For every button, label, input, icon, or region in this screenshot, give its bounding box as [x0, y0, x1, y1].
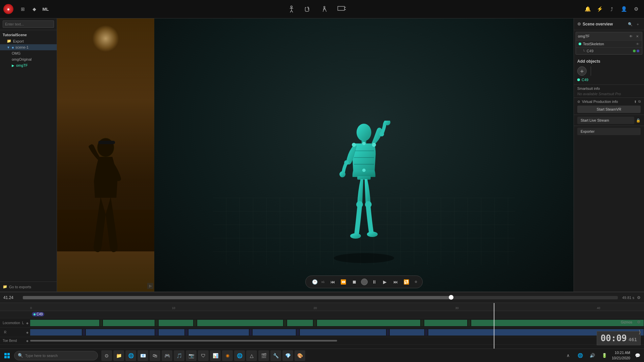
- settings-icon[interactable]: ⚙: [631, 4, 641, 14]
- play-btn[interactable]: ▶: [381, 278, 389, 286]
- vp-expand-icon[interactable]: ⬆: [634, 100, 637, 104]
- eye-icon[interactable]: 👁: [628, 34, 634, 39]
- pause-btn[interactable]: ⏸: [370, 278, 378, 286]
- taskbar-app-xbox[interactable]: 🎮: [162, 350, 172, 361]
- go-to-exports-btn[interactable]: 📁 Go to exports: [0, 282, 57, 292]
- skeleton-dot: [579, 43, 581, 45]
- search-input[interactable]: [3, 20, 54, 28]
- right-sidebar: ⚙ Scene overview 🔍 ＋ omgTF 👁 ✕ TestSkele…: [574, 18, 644, 292]
- taskbar-notification-icon[interactable]: 💬: [633, 351, 642, 360]
- track-content-toe-bend[interactable]: [30, 337, 644, 344]
- search-small-icon[interactable]: 🔍: [627, 21, 633, 27]
- timeline-scrubber[interactable]: [23, 296, 618, 299]
- skip-to-end-btn[interactable]: ⏭: [392, 278, 400, 286]
- tree-item-omgoriginal[interactable]: omgOriginal: [5, 56, 57, 62]
- taskbar-app-edge[interactable]: 🌐: [125, 350, 136, 361]
- body-track-icon[interactable]: [286, 4, 297, 14]
- record-btn[interactable]: [361, 279, 368, 285]
- diamond-icon[interactable]: ◆: [30, 5, 39, 13]
- svg-point-30: [352, 143, 356, 147]
- share-icon[interactable]: ⤴: [607, 4, 616, 14]
- taskbar-app-3dsmax[interactable]: 💎: [282, 350, 293, 361]
- lightning-icon[interactable]: ⚡: [595, 4, 604, 14]
- taskbar-app-blender[interactable]: ◉: [222, 350, 233, 361]
- skeleton-row[interactable]: TestSkeleton 👁: [576, 41, 642, 48]
- motion-icon[interactable]: [320, 4, 330, 14]
- taskbar-app-spotify[interactable]: 🎵: [174, 350, 184, 361]
- loop-btn[interactable]: 🔁: [402, 278, 411, 286]
- step-back-btn[interactable]: ⏪: [339, 278, 347, 286]
- grid-icon[interactable]: ⊞: [18, 5, 27, 13]
- taskbar-clock[interactable]: 10:21 AM 10/21/2020: [612, 350, 630, 361]
- taskbar-app-security[interactable]: 🛡: [198, 350, 209, 361]
- tree-item-export[interactable]: 📁 Export: [0, 38, 57, 44]
- ruler-tick-40: 40: [597, 306, 600, 310]
- c49-add-dot: [577, 78, 580, 81]
- c49-row[interactable]: └ C49: [576, 48, 642, 54]
- exporter-button[interactable]: Exporter: [577, 128, 641, 135]
- bell-icon[interactable]: 🔔: [583, 4, 592, 14]
- live-stream-button[interactable]: Start Live Stream: [577, 117, 634, 124]
- taskbar-app-chrome[interactable]: 🌐: [234, 350, 245, 361]
- track-content-locomotion-r[interactable]: [30, 328, 644, 337]
- ml-icon[interactable]: ML: [41, 5, 50, 13]
- start-button[interactable]: [2, 350, 12, 361]
- ruler-tick-30: 30: [455, 306, 459, 310]
- close-object-icon[interactable]: ✕: [635, 34, 640, 39]
- add-small-icon[interactable]: ＋: [635, 21, 641, 27]
- taskbar-volume-icon[interactable]: 🔊: [588, 351, 597, 360]
- time-icon-btn[interactable]: 🕐: [311, 278, 319, 286]
- timeline-playhead[interactable]: [494, 303, 494, 349]
- taskbar-app-maya[interactable]: 🎬: [258, 350, 269, 361]
- tree-item-omg[interactable]: OMG: [5, 50, 57, 56]
- live-stream-section: Start Live Stream 🔒: [574, 115, 644, 126]
- taskbar-app-cortana[interactable]: ⊙: [101, 350, 112, 361]
- svg-rect-23: [357, 176, 371, 180]
- scene-tree: TutorialScene 📁 Export ▼ ■ scene-1 OMG o…: [0, 30, 57, 282]
- live-stream-lock-icon: 🔒: [636, 118, 641, 123]
- svg-point-14: [357, 124, 371, 141]
- stop-btn[interactable]: ⏹: [350, 278, 358, 286]
- timeline-scroll-right-btn[interactable]: ⟩: [639, 329, 641, 335]
- taskbar-battery-icon[interactable]: 🔋: [600, 351, 609, 360]
- taskbar-search-input[interactable]: [25, 354, 94, 358]
- c49-track-dot: [34, 313, 36, 315]
- add-object-btn[interactable]: ＋: [577, 66, 587, 76]
- video-preview-inner: ▷: [57, 18, 154, 292]
- tree-item-scene1[interactable]: ▼ ■ scene-1: [0, 44, 57, 50]
- skeleton-eye-icon[interactable]: 👁: [636, 42, 639, 46]
- playhead-marker[interactable]: [449, 295, 453, 300]
- svg-point-28: [362, 142, 366, 145]
- viewport-3d[interactable]: 🕐 x1 ⏮ ⏪ ⏹ ⏸ ▶ ⏭ 🔁 ⚙: [154, 18, 574, 292]
- taskbar-app-store[interactable]: 🛍: [150, 350, 160, 361]
- video-preview: ▷: [57, 18, 154, 292]
- ruler-tick-0: 0: [30, 306, 32, 310]
- taskbar-app-photos[interactable]: 📷: [186, 350, 197, 361]
- folder-icon: 📁: [7, 39, 11, 43]
- stream-icon[interactable]: [337, 4, 347, 14]
- taskbar-app-explorer[interactable]: 📁: [113, 350, 124, 361]
- taskbar-app-motive[interactable]: 🔧: [270, 350, 281, 361]
- taskbar-app-excel[interactable]: 📊: [210, 350, 221, 361]
- gizmos-settings-icon[interactable]: ⚙: [637, 320, 641, 324]
- track-content-locomotion-l[interactable]: Gizmos ⚙: [30, 318, 644, 327]
- taskbar-network-icon[interactable]: 🌐: [576, 351, 585, 360]
- hands-icon[interactable]: [303, 4, 313, 14]
- timeline-end-time: 49.81 s: [622, 296, 634, 300]
- taskbar-app-unity[interactable]: △: [246, 350, 257, 361]
- steamvr-button[interactable]: Start SteamVR: [577, 106, 641, 113]
- skip-to-start-btn[interactable]: ⏮: [329, 278, 337, 286]
- taskbar-app-premiere[interactable]: 🎨: [294, 350, 305, 361]
- timeline-settings-icon[interactable]: ⚙: [637, 295, 641, 300]
- scene-icon: ■: [12, 46, 14, 49]
- vp-window-icon[interactable]: ⧉: [638, 100, 641, 104]
- user-icon[interactable]: 👤: [619, 4, 629, 14]
- taskbar-arrow-up-icon[interactable]: ∧: [564, 351, 573, 360]
- taskbar-search-bar[interactable]: 🔍: [14, 351, 98, 360]
- taskbar-app-mail[interactable]: 📧: [138, 350, 148, 361]
- tree-item-omgtf[interactable]: ▶ omgTF: [5, 62, 57, 68]
- scrubber-fill: [23, 296, 451, 299]
- svg-line-4: [291, 10, 293, 12]
- svg-rect-33: [7, 353, 10, 355]
- app-logo[interactable]: ●: [3, 4, 13, 14]
